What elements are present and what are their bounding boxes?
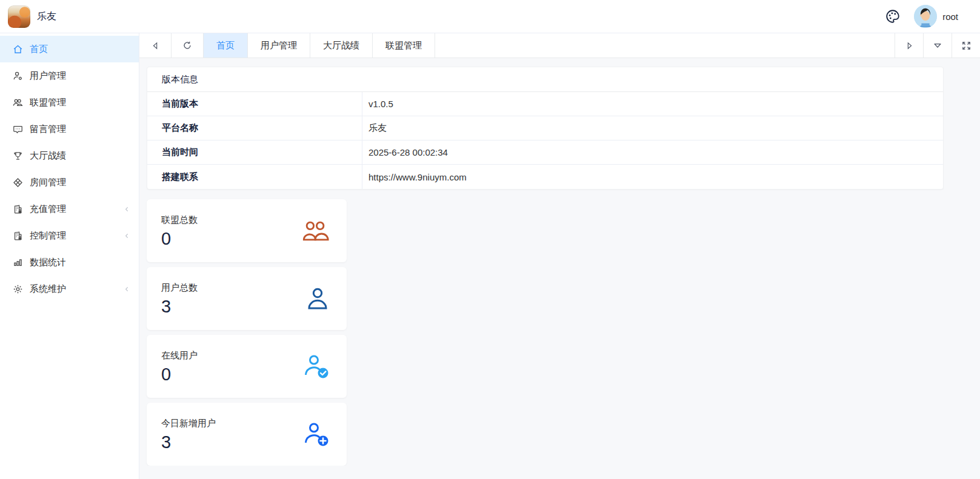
sidebar: 首页 用户管理 联盟管理 留言管理 大厅战绩 — [0, 33, 139, 479]
back-arrow-button[interactable] — [139, 33, 172, 58]
top-header: root — [139, 0, 980, 33]
stat-value: 0 — [161, 230, 198, 248]
table-row: 平台名称 乐友 — [147, 116, 943, 140]
gear-icon — [12, 283, 23, 294]
sidebar-item-users[interactable]: 用户管理 — [0, 62, 139, 89]
sidebar-item-label: 控制管理 — [30, 230, 117, 242]
stat-value: 3 — [161, 298, 198, 315]
table-row: 搭建联系 https://www.9niuym.com — [147, 165, 943, 189]
home-icon — [12, 44, 23, 55]
sidebar-item-recharge[interactable]: 充值管理 — [0, 196, 139, 222]
stat-value: 0 — [161, 366, 198, 383]
sidebar-item-rooms[interactable]: 房间管理 — [0, 169, 139, 196]
chevron-left-icon — [124, 233, 130, 239]
sidebar-item-label: 数据统计 — [30, 257, 130, 268]
message-icon — [12, 124, 23, 134]
table-row: 当前版本 v1.0.5 — [147, 92, 943, 116]
brand-area: 乐友 — [0, 0, 139, 33]
person-check-icon — [303, 354, 330, 379]
theme-palette-icon[interactable] — [884, 7, 902, 25]
tab-label: 大厅战绩 — [323, 40, 359, 51]
sidebar-item-messages[interactable]: 留言管理 — [0, 116, 139, 142]
sidebar-item-label: 充值管理 — [30, 203, 117, 215]
brand-logo — [8, 5, 30, 28]
brand-name: 乐友 — [37, 10, 56, 23]
sidebar-item-label: 用户管理 — [30, 70, 130, 82]
sidebar-item-label: 系统维护 — [30, 283, 117, 295]
stat-label: 在线用户 — [161, 350, 198, 362]
row-value: 2025-6-28 00:02:34 — [362, 140, 943, 164]
tab-actions-dropdown-button[interactable] — [923, 33, 952, 58]
tab-label: 联盟管理 — [385, 40, 422, 51]
row-label: 搭建联系 — [147, 165, 362, 189]
sidebar-item-hall-records[interactable]: 大厅战绩 — [0, 142, 139, 169]
tab-home[interactable]: 首页 — [204, 33, 248, 58]
sidebar-item-control[interactable]: 控制管理 — [0, 222, 139, 249]
forward-arrow-button[interactable] — [895, 33, 923, 58]
row-label: 平台名称 — [147, 116, 362, 140]
tab-hall-records[interactable]: 大厅战绩 — [310, 33, 373, 58]
row-label: 当前时间 — [147, 140, 362, 164]
stat-value: 3 — [161, 434, 216, 451]
row-value: https://www.9niuym.com — [362, 165, 943, 189]
stat-label: 联盟总数 — [161, 214, 198, 226]
person-icon — [305, 286, 330, 311]
sidebar-item-label: 房间管理 — [30, 177, 130, 188]
sidebar-item-statistics[interactable]: 数据统计 — [0, 249, 139, 276]
building-lock-icon — [12, 203, 23, 214]
table-row: 当前时间 2025-6-28 00:02:34 — [147, 140, 943, 165]
tab-label: 首页 — [216, 40, 235, 51]
page-content: 版本信息 当前版本 v1.0.5 平台名称 乐友 当前时间 2025-6-28 … — [139, 58, 980, 466]
rooms-icon — [12, 177, 23, 188]
tab-bar: 首页 用户管理 大厅战绩 联盟管理 — [139, 33, 980, 58]
stat-label: 用户总数 — [161, 282, 198, 294]
fullscreen-button[interactable] — [952, 33, 980, 58]
stat-card-user-total: 用户总数 3 — [147, 267, 347, 330]
stat-cards: 联盟总数 0 用户总数 3 — [147, 199, 347, 466]
person-plus-icon — [303, 421, 330, 447]
stat-label: 今日新增用户 — [161, 418, 216, 429]
row-label: 当前版本 — [147, 92, 362, 116]
sidebar-item-label: 留言管理 — [30, 124, 130, 135]
avatar — [914, 5, 937, 28]
people-icon — [12, 97, 23, 108]
user-gear-icon — [12, 70, 23, 81]
sidebar-item-home[interactable]: 首页 — [0, 36, 139, 62]
tabbar-spacer — [435, 33, 895, 58]
row-value: v1.0.5 — [362, 92, 943, 116]
sidebar-item-maintenance[interactable]: 系统维护 — [0, 276, 139, 302]
sidebar-item-label: 首页 — [30, 44, 130, 55]
stat-card-new-users-today: 今日新增用户 3 — [147, 403, 347, 466]
stat-card-online-users: 在线用户 0 — [147, 335, 347, 398]
refresh-button[interactable] — [172, 33, 204, 58]
app-window: 乐友 root — [0, 0, 980, 479]
trophy-icon — [12, 150, 23, 161]
building-lock-icon — [12, 230, 23, 241]
user-menu[interactable]: root — [914, 5, 958, 28]
main-area: 首页 用户管理 大厅战绩 联盟管理 — [139, 33, 980, 479]
panel-title: 版本信息 — [147, 67, 943, 92]
chevron-left-icon — [124, 206, 130, 213]
version-info-panel: 版本信息 当前版本 v1.0.5 平台名称 乐友 当前时间 2025-6-28 … — [147, 67, 944, 190]
tab-label: 用户管理 — [261, 40, 297, 51]
chevron-left-icon — [124, 286, 130, 292]
username: root — [942, 12, 958, 22]
sidebar-item-label: 联盟管理 — [30, 97, 130, 108]
group-icon — [302, 219, 330, 243]
tab-alliance[interactable]: 联盟管理 — [373, 33, 435, 58]
row-value: 乐友 — [362, 116, 943, 140]
sidebar-item-alliance[interactable]: 联盟管理 — [0, 89, 139, 116]
stat-card-alliance-total: 联盟总数 0 — [147, 199, 347, 262]
bar-chart-icon — [12, 257, 23, 268]
sidebar-item-label: 大厅战绩 — [30, 150, 130, 162]
tab-users[interactable]: 用户管理 — [248, 33, 310, 58]
